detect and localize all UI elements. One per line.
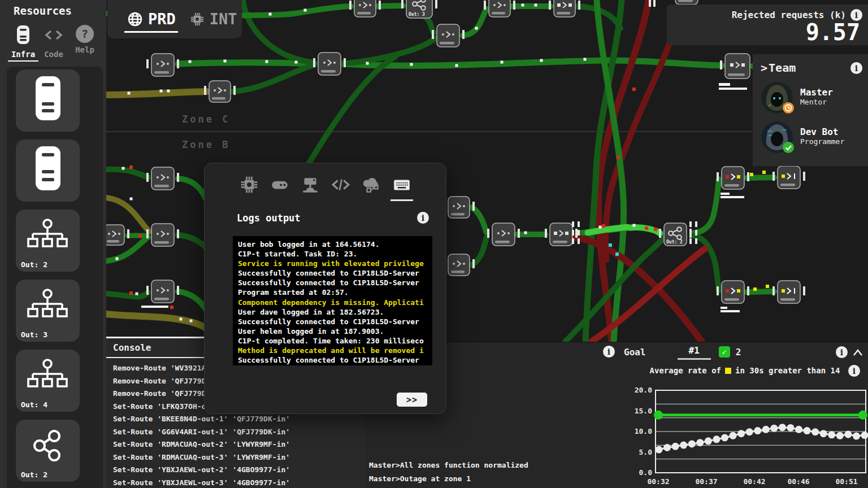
node-inspector-modal: Logs output User bob logged in at 164.56… <box>204 163 446 414</box>
modal-title: Logs output <box>237 212 301 224</box>
packet <box>615 252 619 256</box>
map-node-proc2[interactable] <box>719 54 755 90</box>
map-node-proc[interactable] <box>313 53 346 75</box>
data-point <box>754 427 761 434</box>
resource-card-splitter[interactable]: Out: 2 <box>16 420 80 482</box>
info-icon[interactable] <box>603 346 615 358</box>
data-point <box>853 433 860 440</box>
data-point <box>721 434 728 441</box>
map-node-proc[interactable] <box>146 224 179 246</box>
packet <box>136 293 138 295</box>
map-node-procc[interactable] <box>717 167 749 198</box>
map-node-proc[interactable] <box>670 0 703 5</box>
tab-int-label: INT <box>210 10 237 28</box>
data-point <box>656 446 663 454</box>
map-node-share[interactable]: Out: 2 <box>659 223 692 246</box>
tab-prd[interactable]: PRD <box>124 6 178 33</box>
tab-help-label: Help <box>71 45 98 54</box>
packet <box>189 60 192 63</box>
server-icon <box>16 143 80 199</box>
console-line: Set-Route 'RDMACUAQ-out-3' 'LYWYR9MF-in' <box>113 451 365 464</box>
log-line: Successfully connected to C1P18L5D-Serve… <box>238 355 432 365</box>
x-tick: 00:37 <box>695 477 717 486</box>
zone-label-b: Zone B <box>182 139 230 150</box>
x-tick: 00:46 <box>787 477 809 486</box>
map-node-proc[interactable] <box>487 223 520 246</box>
tab-infra[interactable]: Infra <box>8 25 38 62</box>
map-node-proc[interactable] <box>443 197 475 218</box>
data-point <box>680 442 687 449</box>
info-icon[interactable] <box>417 212 429 224</box>
packet <box>160 90 163 93</box>
collapse-chevron-icon[interactable] <box>852 348 863 357</box>
info-icon[interactable] <box>836 346 848 358</box>
resource-card-balancer-3[interactable]: Out: 3 <box>16 280 80 342</box>
network-tab[interactable] <box>299 175 322 197</box>
tab-code-label: Code <box>41 50 67 59</box>
map-node-proc[interactable] <box>432 24 465 47</box>
resource-card-server-2[interactable] <box>16 140 80 202</box>
y-tick: 20.0 <box>635 386 652 394</box>
map-node-proc[interactable] <box>484 0 515 17</box>
resource-card-balancer-4[interactable]: Out: 4 <box>16 350 80 412</box>
data-point <box>820 430 827 437</box>
goal-tab-1[interactable]: #1 <box>678 344 711 360</box>
next-page-button[interactable]: >> <box>397 393 427 407</box>
module-tab[interactable] <box>268 175 291 197</box>
out-count-label: Out: 4 <box>21 400 47 409</box>
team-member-devbot[interactable]: Dev Bot Programmer <box>761 121 844 154</box>
goal-tab-2[interactable]: 2 <box>736 347 741 358</box>
terminal-tab[interactable] <box>390 175 413 201</box>
resource-card-balancer-2[interactable]: Out: 2 <box>16 210 80 272</box>
packet <box>762 171 766 174</box>
goal-description: Average rate of in 30s greater than 14 <box>622 366 868 375</box>
tab-int[interactable]: INT <box>187 6 240 33</box>
packet <box>501 61 504 64</box>
x-tick: 00:51 <box>835 477 857 486</box>
map-node-proc[interactable] <box>141 280 179 308</box>
team-member-master[interactable]: Master Mentor <box>761 81 833 114</box>
info-icon[interactable] <box>850 62 862 74</box>
cpu-tab[interactable] <box>238 175 261 197</box>
status-busy-icon <box>782 102 795 114</box>
data-point <box>836 432 844 439</box>
goal-title: Goal <box>624 347 646 358</box>
packet <box>645 226 648 230</box>
tree-icon <box>16 216 80 259</box>
map-node-procc[interactable] <box>717 281 749 312</box>
team-title: Team <box>761 61 796 75</box>
environment-tabs: PRD INT <box>107 0 242 38</box>
node-out-label: Out: 3 <box>409 12 425 17</box>
tab-code[interactable]: Code <box>41 25 67 59</box>
tab-help[interactable]: Help <box>71 25 98 54</box>
packet <box>599 226 602 229</box>
chat-message: Master>All zones function normalized <box>369 459 528 472</box>
map-node-proc2[interactable] <box>549 0 580 17</box>
map-node-sink[interactable] <box>772 281 805 303</box>
data-point <box>795 426 802 433</box>
info-icon[interactable] <box>848 365 860 377</box>
member-name: Master <box>800 87 833 98</box>
packet <box>766 285 769 288</box>
data-point <box>811 428 819 435</box>
map-node-proc[interactable] <box>146 54 179 76</box>
resource-card-server-1[interactable] <box>16 69 80 132</box>
server-icon <box>15 25 32 45</box>
resources-title: Resources <box>14 5 72 17</box>
map-node-share[interactable]: Out: 3 <box>401 0 437 18</box>
cloud-tab[interactable] <box>360 175 383 197</box>
log-line: Service is running with elevated privile… <box>238 259 432 268</box>
code-tab[interactable] <box>329 175 352 197</box>
goal-done-checkbox[interactable] <box>719 346 730 358</box>
packet <box>116 258 119 260</box>
map-node-proc[interactable] <box>146 167 179 190</box>
log-line: Program started at 02:57. <box>238 287 432 297</box>
resources-sidebar: Resources Infra Code Help <box>0 0 106 488</box>
map-node-proc[interactable] <box>443 254 475 276</box>
data-point <box>705 437 712 445</box>
logs-output[interactable]: User bob logged in at 164.56174.C1P-t st… <box>233 236 432 365</box>
metric-value: 9.57 <box>806 19 860 45</box>
map-node-sink[interactable] <box>772 166 805 189</box>
map-node-proc[interactable] <box>349 0 381 17</box>
map-node-proc[interactable] <box>204 81 236 102</box>
